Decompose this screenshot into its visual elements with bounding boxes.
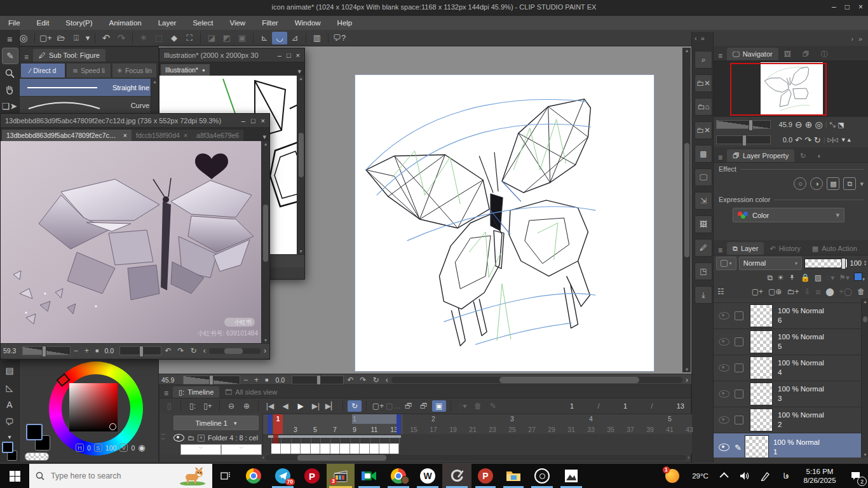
- maximize-button[interactable]: □: [845, 3, 850, 11]
- nav-flip-horizontal-icon[interactable]: ▷|◁: [828, 137, 838, 143]
- animation-cel-frame[interactable]: [370, 444, 380, 454]
- tray-clock[interactable]: 5:16 PM 8/26/2025: [797, 464, 843, 488]
- layer-visibility-icon[interactable]: [719, 312, 729, 320]
- layer-thumbnail[interactable]: [750, 304, 773, 327]
- canvas-vscroll-thumb[interactable]: [684, 143, 689, 257]
- opacity-spinner[interactable]: ▴▾: [864, 260, 866, 266]
- photo-hscroll-left[interactable]: ‹: [200, 346, 209, 355]
- tab-tool-property2[interactable]: ◐: [811, 149, 827, 162]
- apply-mask-icon[interactable]: +◯: [839, 287, 852, 296]
- taskbar-klite-player[interactable]: 3: [327, 464, 355, 488]
- opacity-slider[interactable]: [804, 259, 848, 268]
- layer-row[interactable]: 100 % Normal2: [714, 407, 868, 433]
- transfer-to-lower-icon[interactable]: ⇩: [804, 287, 810, 296]
- object-tool-icon[interactable]: ❏➤: [2, 98, 17, 114]
- tab-timeline[interactable]: ▯: Timeline: [173, 386, 219, 398]
- timeline-hscrollbar[interactable]: [266, 455, 686, 461]
- foreground-color-swatch[interactable]: [2, 442, 13, 453]
- polyline-tool-icon[interactable]: ◺: [2, 380, 17, 395]
- material-image-button[interactable]: 🖽: [695, 215, 712, 233]
- layer-row[interactable]: 100 % Normal4: [714, 355, 868, 381]
- go-to-start-icon[interactable]: |◀: [263, 400, 277, 412]
- snap-ruler-icon[interactable]: ⊾: [257, 32, 272, 44]
- task-view-button[interactable]: [212, 464, 239, 488]
- illustration-tab[interactable]: Illustration* ●: [161, 64, 210, 76]
- navigator-menu-icon[interactable]: ≡: [714, 51, 727, 60]
- menu-layer[interactable]: Layer: [150, 16, 185, 30]
- nav-zoom-out-icon[interactable]: ⊖: [795, 119, 803, 130]
- animation-cel-frame[interactable]: [340, 444, 350, 454]
- effect-halftone-icon[interactable]: ▩: [827, 177, 839, 190]
- photo-zoom-slider[interactable]: [22, 346, 71, 355]
- create-mask-icon[interactable]: ⬤: [825, 287, 834, 296]
- animation-cel-frame[interactable]: [360, 444, 370, 454]
- material-home-button[interactable]: 🗀⌂: [695, 98, 712, 116]
- photo-tab-2[interactable]: fdccb158f90d4 ×: [132, 130, 192, 141]
- scroll-up-icon[interactable]: ▴: [686, 48, 688, 53]
- animation-cel-frame[interactable]: [320, 444, 330, 454]
- timeline-zoom-out-icon[interactable]: ⊖: [224, 400, 238, 412]
- animation-cel-frame[interactable]: [271, 444, 281, 454]
- light-table-icon[interactable]: ☀: [777, 273, 784, 282]
- range-start-marker[interactable]: [268, 414, 272, 435]
- material-3d-button[interactable]: ◳: [695, 262, 712, 280]
- tab-history[interactable]: ↶ History: [764, 242, 806, 255]
- nav-rotate-right-icon[interactable]: ↷: [804, 135, 811, 145]
- cel-settings-icon[interactable]: ◌▾: [456, 400, 470, 412]
- tab-information[interactable]: ⓘ: [815, 48, 834, 60]
- effect-tone-icon[interactable]: ◑: [810, 177, 823, 190]
- zoom-out-button[interactable]: −: [240, 376, 251, 384]
- layer-panel-menu-icon[interactable]: ≡: [714, 246, 727, 255]
- navigator-rotation-slider[interactable]: [716, 135, 771, 144]
- taskbar-psiphon[interactable]: P: [471, 464, 499, 488]
- photo-rotate-reset[interactable]: ↻: [187, 346, 200, 355]
- hscroll-right-icon[interactable]: ›: [682, 376, 691, 384]
- rotate-reset-icon[interactable]: ↻: [370, 376, 383, 384]
- expression-color-dropdown[interactable]: Color ▾: [733, 208, 844, 222]
- balloon-tool-icon[interactable]: 🗩: [2, 414, 17, 430]
- photo-window-titlebar[interactable]: 13dbebbd863d9f5abc47809f2ec7c12d.jpg (73…: [1, 114, 269, 128]
- animation-cel-frame[interactable]: [311, 444, 321, 454]
- menu-animation[interactable]: Animation: [101, 16, 150, 30]
- layer-thumbnail[interactable]: [745, 436, 768, 458]
- taskbar-chrome-profile[interactable]: [384, 464, 413, 488]
- snap-grid-icon[interactable]: ⊿: [287, 32, 302, 44]
- menu-filter[interactable]: Filter: [254, 16, 287, 30]
- timeline-hscroll-thumb[interactable]: [297, 455, 386, 461]
- menu-help[interactable]: Help: [329, 16, 361, 30]
- material-pattern-button[interactable]: ▩: [695, 145, 712, 163]
- tray-action-center[interactable]: 2: [843, 464, 868, 488]
- subtool-menu-icon[interactable]: ≡: [20, 53, 33, 62]
- canvas-zoom-slider[interactable]: [183, 376, 240, 384]
- layer-visibility-icon[interactable]: [719, 338, 729, 346]
- layer-checkbox[interactable]: [735, 363, 743, 372]
- track-expand-icon[interactable]: +: [198, 435, 205, 442]
- new-timeline-icon[interactable]: ▯:: [186, 400, 200, 412]
- material-expand-icon[interactable]: »: [701, 34, 705, 42]
- menu-view[interactable]: View: [221, 16, 254, 30]
- new-raster-layer-icon[interactable]: ▢+: [752, 287, 763, 296]
- canvas-hscroll-thumb[interactable]: [499, 377, 639, 383]
- tray-show-hidden-icons[interactable]: [715, 464, 735, 488]
- undo-icon[interactable]: ↶: [98, 32, 114, 44]
- layer-row[interactable]: 100 % Normal6: [714, 303, 868, 329]
- delete-cel-icon[interactable]: 🗑: [471, 400, 485, 412]
- photo-vscrollbar[interactable]: ▴ ▾: [261, 141, 269, 343]
- tray-weather[interactable]: 1: [660, 464, 685, 488]
- rotate-left-icon[interactable]: ↶: [344, 376, 356, 384]
- layer-list-scrollbar[interactable]: ▴ ▾: [861, 299, 868, 458]
- rotate-right-icon[interactable]: ↷: [357, 376, 370, 384]
- menu-edit[interactable]: Edit: [29, 16, 58, 30]
- photo-maximize-button[interactable]: □: [251, 117, 255, 125]
- ruler-icon[interactable]: ⚑▾: [839, 273, 850, 282]
- taskbar-pinterest[interactable]: P: [297, 464, 327, 488]
- timeline-scroll-right-icon[interactable]: ›: [688, 454, 689, 461]
- canvas-vertical-scrollbar[interactable]: ▴ ▾: [682, 48, 691, 372]
- crop-icon[interactable]: ⛶: [182, 32, 197, 44]
- edit-track-icon[interactable]: ✎: [486, 400, 500, 412]
- deselect-icon[interactable]: ✳: [136, 32, 151, 44]
- menu-story[interactable]: Story(P): [57, 16, 100, 30]
- clip-to-layer-below-icon[interactable]: ⧉: [767, 273, 773, 282]
- panel-foreground-swatch[interactable]: [26, 424, 43, 440]
- selection-mode-1-icon[interactable]: ◪: [204, 32, 219, 44]
